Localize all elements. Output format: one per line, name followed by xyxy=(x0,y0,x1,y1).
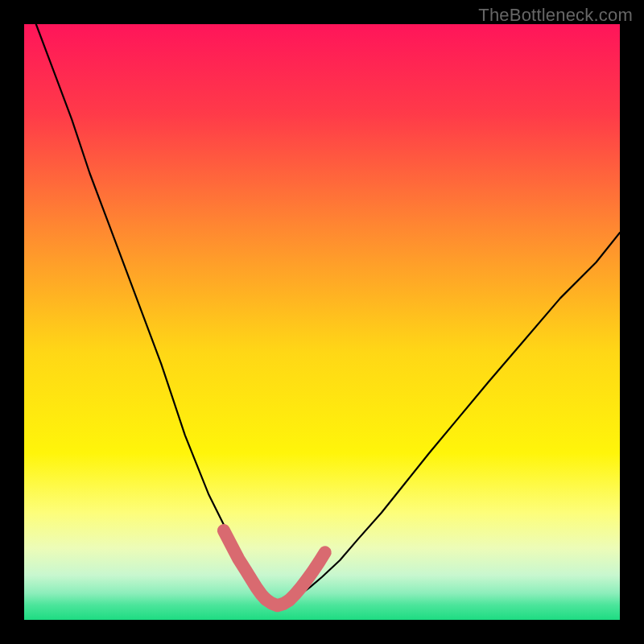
watermark-label: TheBottleneck.com xyxy=(478,5,633,26)
chart-svg xyxy=(24,24,620,620)
chart-container: TheBottleneck.com xyxy=(0,0,644,644)
gradient-background xyxy=(24,24,620,620)
plot-area xyxy=(24,24,620,620)
